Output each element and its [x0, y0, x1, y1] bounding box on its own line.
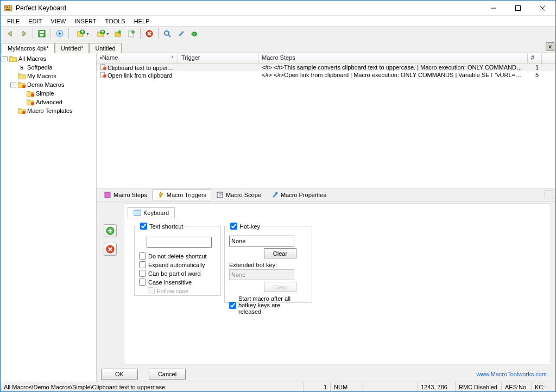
cancel-button[interactable]: Cancel: [149, 369, 186, 380]
save-button[interactable]: [35, 27, 48, 40]
col-steps[interactable]: Macro Steps: [258, 53, 528, 63]
close-button[interactable]: [530, 1, 554, 16]
opt-caseins[interactable]: [139, 279, 146, 286]
hotkey-input[interactable]: [229, 236, 294, 246]
svg-point-30: [22, 111, 26, 114]
maximize-button[interactable]: [506, 1, 530, 16]
menu-file[interactable]: FILE: [3, 17, 24, 26]
svg-point-27: [22, 85, 26, 88]
tab-macro-scope[interactable]: ?Macro Scope: [211, 189, 266, 200]
help-button[interactable]: [188, 27, 201, 40]
delete-button[interactable]: [143, 27, 156, 40]
macro-list[interactable]: Clipboard text to uppercase <#> <#>This …: [97, 64, 555, 188]
svg-rect-3: [9, 7, 10, 8]
find-button[interactable]: [161, 27, 174, 40]
bottom-tabs: Macro Steps Macro Triggers ?Macro Scope …: [97, 188, 555, 201]
new-macro-button[interactable]: +▼: [71, 27, 91, 40]
new-template-button[interactable]: [125, 27, 138, 40]
add-trigger-button[interactable]: [104, 224, 117, 237]
svg-rect-1: [5, 7, 7, 8]
tree-node-simple[interactable]: Simple: [2, 89, 95, 98]
menu-insert[interactable]: INSERT: [70, 17, 100, 26]
menu-tools[interactable]: TOOLS: [101, 17, 130, 26]
trigger-content: Keyboard Text shortcut Do not delete sho…: [97, 201, 555, 366]
svg-rect-11: [40, 34, 43, 36]
dialog-buttons: OK Cancel www.MacroToolworks.com: [97, 366, 555, 382]
text-shortcut-check[interactable]: [140, 223, 147, 230]
col-trigger[interactable]: Trigger: [178, 53, 258, 63]
tree-label: My Macros: [27, 73, 56, 79]
svg-rect-45: [134, 210, 141, 216]
tree-node-mymacros[interactable]: My Macros: [2, 72, 95, 80]
clear-hotkey-button[interactable]: Clear: [264, 248, 296, 258]
footer-link[interactable]: www.MacroToolworks.com: [476, 371, 547, 377]
opt-label: Can be part of word: [148, 270, 201, 277]
svg-rect-4: [6, 9, 10, 10]
opt-label: Expand automatically: [148, 262, 205, 268]
status-coords: 1243, 786: [417, 382, 455, 391]
opt-followcase: [148, 287, 155, 294]
svg-point-18: [118, 30, 121, 34]
col-num[interactable]: #: [528, 53, 542, 63]
keyboard-icon: [134, 210, 141, 216]
settings-button[interactable]: [174, 27, 187, 40]
tree-node-softpedia[interactable]: S Softpedia: [2, 63, 95, 72]
hotkey-group: Hot-key Clear Extended hot key: Clear St…: [224, 223, 312, 303]
list-header: ▪Name▲ Trigger Macro Steps #: [97, 53, 555, 64]
opt-no-delete[interactable]: [139, 252, 146, 260]
tree-label: Softpedia: [27, 64, 52, 71]
opt-expand[interactable]: [139, 261, 146, 268]
new-folder-button[interactable]: +▼: [91, 27, 111, 40]
forward-button[interactable]: [17, 27, 30, 40]
back-button[interactable]: [4, 27, 17, 40]
tree-label: Advanced: [36, 99, 62, 105]
row-steps: <#> <#>This sample converts clipboard te…: [258, 64, 528, 71]
doc-tab-0[interactable]: MyMacros.4pk*: [2, 43, 55, 53]
document-tabs: MyMacros.4pk* Untitled* Untitled ✕: [1, 41, 555, 53]
hotkey-check[interactable]: [230, 223, 237, 230]
tree-node-advanced[interactable]: Advanced: [2, 98, 95, 106]
minimize-button[interactable]: [481, 1, 506, 16]
doc-tab-1[interactable]: Untitled*: [55, 43, 90, 53]
opt-partword[interactable]: [139, 270, 146, 277]
pane-options-icon[interactable]: [545, 191, 553, 199]
svg-text:?: ?: [218, 192, 222, 198]
folder-icon: [17, 72, 26, 80]
col-name[interactable]: ▪Name▲: [97, 53, 178, 63]
svg-rect-6: [515, 5, 520, 10]
row-num: 1: [528, 64, 542, 71]
doc-tabs-close[interactable]: ✕: [546, 42, 554, 51]
tree-node-templates[interactable]: Macro Templates: [2, 106, 95, 115]
clear-ext-hotkey-button: Clear: [264, 282, 296, 292]
ok-button[interactable]: OK: [101, 369, 138, 380]
tree-root[interactable]: − All Macros: [2, 54, 95, 63]
status-kc: KC:: [531, 382, 555, 391]
menu-view[interactable]: VIEW: [46, 17, 70, 26]
tree-label: Demo Macros: [27, 81, 64, 88]
menu-bar: FILE EDIT VIEW INSERT TOOLS HELP: [1, 16, 555, 26]
tab-macro-properties[interactable]: Macro Properties: [266, 189, 331, 200]
ext-hotkey-label: Extended hot key:: [229, 262, 307, 268]
macro-icon: [100, 64, 106, 70]
tree-node-demo[interactable]: − Demo Macros: [2, 80, 95, 89]
keyboard-tab[interactable]: Keyboard: [128, 207, 175, 218]
main-area: − All Macros S Softpedia My Macros − Dem…: [1, 53, 555, 382]
list-row[interactable]: Open link from clipboard <#> <#>Open lin…: [97, 71, 555, 79]
text-shortcut-input[interactable]: [147, 237, 212, 248]
list-row[interactable]: Clipboard text to uppercase <#> <#>This …: [97, 64, 555, 71]
start-after-check[interactable]: [229, 302, 236, 309]
tab-macro-steps[interactable]: Macro Steps: [99, 189, 152, 200]
remove-trigger-button[interactable]: [104, 243, 117, 256]
macro-tree[interactable]: − All Macros S Softpedia My Macros − Dem…: [1, 53, 97, 382]
tab-macro-triggers[interactable]: Macro Triggers: [152, 189, 211, 200]
folder-red-icon: [17, 107, 26, 115]
triggers-icon: [157, 191, 165, 199]
svg-point-29: [31, 102, 34, 105]
status-aes: AES:No: [501, 382, 531, 391]
new-item-button[interactable]: [111, 27, 124, 40]
svg-point-24: [165, 31, 169, 35]
menu-help[interactable]: HELP: [130, 17, 154, 26]
doc-tab-2[interactable]: Untitled: [89, 43, 121, 53]
run-button[interactable]: [53, 27, 66, 40]
menu-edit[interactable]: EDIT: [24, 17, 46, 26]
